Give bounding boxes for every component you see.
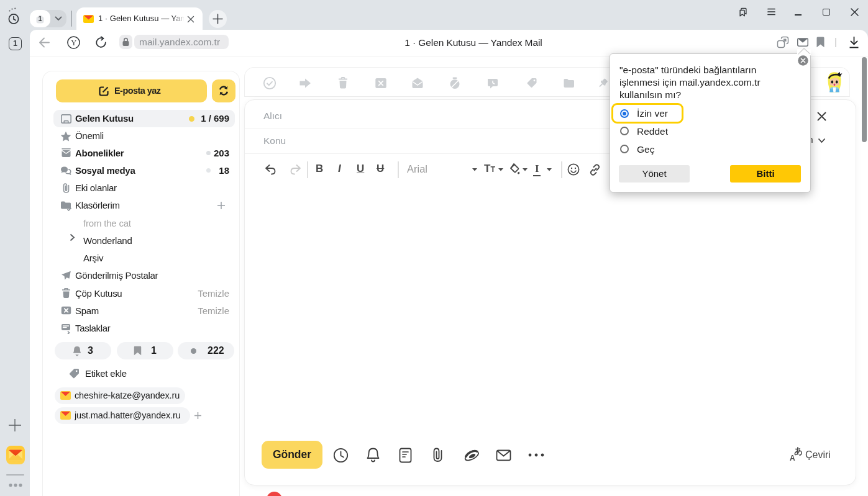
svg-text:1: 1 (38, 15, 42, 22)
svg-text:Y: Y (71, 38, 76, 47)
